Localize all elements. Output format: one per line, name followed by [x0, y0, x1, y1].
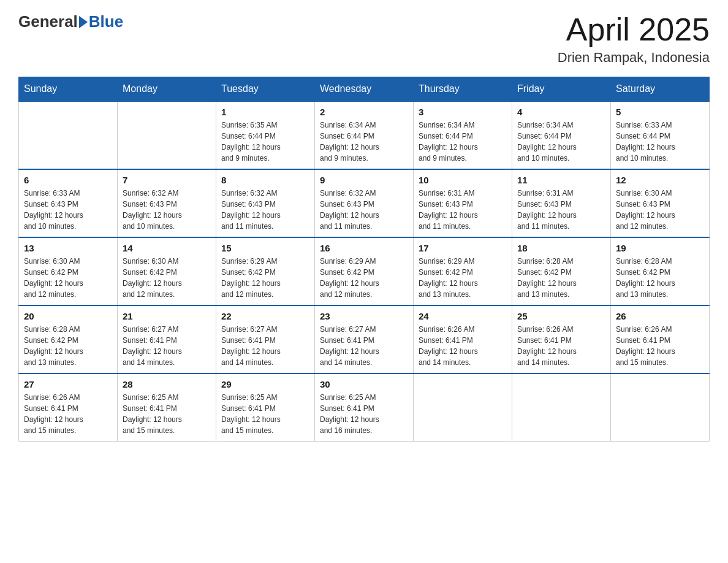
day-info: Sunrise: 6:32 AMSunset: 6:43 PMDaylight:…	[221, 188, 309, 232]
day-number: 4	[517, 107, 605, 117]
day-info: Sunrise: 6:33 AMSunset: 6:44 PMDaylight:…	[616, 120, 704, 164]
day-info: Sunrise: 6:29 AMSunset: 6:42 PMDaylight:…	[419, 256, 507, 300]
day-number: 19	[616, 243, 704, 253]
table-row: 19Sunrise: 6:28 AMSunset: 6:42 PMDayligh…	[611, 237, 710, 305]
day-number: 7	[123, 175, 211, 185]
day-info: Sunrise: 6:28 AMSunset: 6:42 PMDaylight:…	[24, 324, 112, 368]
day-number: 24	[419, 311, 507, 321]
table-row: 1Sunrise: 6:35 AMSunset: 6:44 PMDaylight…	[216, 101, 315, 169]
day-number: 21	[123, 311, 211, 321]
logo-arrow-icon	[79, 16, 88, 28]
day-number: 18	[517, 243, 605, 253]
day-info: Sunrise: 6:29 AMSunset: 6:42 PMDaylight:…	[221, 256, 309, 300]
day-info: Sunrise: 6:26 AMSunset: 6:41 PMDaylight:…	[616, 324, 704, 368]
day-number: 5	[616, 107, 704, 117]
day-info: Sunrise: 6:32 AMSunset: 6:43 PMDaylight:…	[320, 188, 408, 232]
day-info: Sunrise: 6:32 AMSunset: 6:43 PMDaylight:…	[123, 188, 211, 232]
table-row: 5Sunrise: 6:33 AMSunset: 6:44 PMDaylight…	[611, 101, 710, 169]
table-row: 27Sunrise: 6:26 AMSunset: 6:41 PMDayligh…	[19, 373, 118, 442]
day-number: 1	[221, 107, 309, 117]
day-number: 23	[320, 311, 408, 321]
day-info: Sunrise: 6:25 AMSunset: 6:41 PMDaylight:…	[123, 392, 211, 436]
day-number: 20	[24, 311, 112, 321]
table-row: 8Sunrise: 6:32 AMSunset: 6:43 PMDaylight…	[216, 169, 315, 237]
day-info: Sunrise: 6:34 AMSunset: 6:44 PMDaylight:…	[517, 120, 605, 164]
calendar-week-row: 6Sunrise: 6:33 AMSunset: 6:43 PMDaylight…	[19, 169, 710, 237]
calendar-week-row: 20Sunrise: 6:28 AMSunset: 6:42 PMDayligh…	[19, 305, 710, 373]
day-info: Sunrise: 6:29 AMSunset: 6:42 PMDaylight:…	[320, 256, 408, 300]
day-number: 16	[320, 243, 408, 253]
table-row: 4Sunrise: 6:34 AMSunset: 6:44 PMDaylight…	[512, 101, 611, 169]
logo-blue-text: Blue	[89, 12, 123, 31]
day-info: Sunrise: 6:31 AMSunset: 6:43 PMDaylight:…	[517, 188, 605, 232]
day-info: Sunrise: 6:34 AMSunset: 6:44 PMDaylight:…	[419, 120, 507, 164]
calendar-header-wednesday: Wednesday	[315, 77, 414, 102]
calendar-header-friday: Friday	[512, 77, 611, 102]
day-number: 27	[24, 379, 112, 389]
table-row: 18Sunrise: 6:28 AMSunset: 6:42 PMDayligh…	[512, 237, 611, 305]
calendar-header-sunday: Sunday	[19, 77, 118, 102]
day-info: Sunrise: 6:26 AMSunset: 6:41 PMDaylight:…	[24, 392, 112, 436]
page-header: General Blue April 2025 Drien Rampak, In…	[18, 12, 710, 66]
day-number: 15	[221, 243, 309, 253]
table-row: 20Sunrise: 6:28 AMSunset: 6:42 PMDayligh…	[19, 305, 118, 373]
month-title: April 2025	[558, 12, 710, 47]
calendar-header-thursday: Thursday	[414, 77, 512, 102]
table-row	[19, 101, 118, 169]
table-row: 28Sunrise: 6:25 AMSunset: 6:41 PMDayligh…	[118, 373, 216, 442]
calendar-header-tuesday: Tuesday	[216, 77, 315, 102]
day-number: 22	[221, 311, 309, 321]
day-number: 3	[419, 107, 507, 117]
day-info: Sunrise: 6:30 AMSunset: 6:42 PMDaylight:…	[24, 256, 112, 300]
location-title: Drien Rampak, Indonesia	[558, 50, 710, 66]
day-info: Sunrise: 6:28 AMSunset: 6:42 PMDaylight:…	[616, 256, 704, 300]
table-row: 2Sunrise: 6:34 AMSunset: 6:44 PMDaylight…	[315, 101, 414, 169]
day-number: 14	[123, 243, 211, 253]
day-info: Sunrise: 6:34 AMSunset: 6:44 PMDaylight:…	[320, 120, 408, 164]
day-info: Sunrise: 6:27 AMSunset: 6:41 PMDaylight:…	[320, 324, 408, 368]
calendar-table: SundayMondayTuesdayWednesdayThursdayFrid…	[18, 77, 710, 442]
table-row: 26Sunrise: 6:26 AMSunset: 6:41 PMDayligh…	[611, 305, 710, 373]
day-number: 17	[419, 243, 507, 253]
table-row	[611, 373, 710, 442]
table-row: 30Sunrise: 6:25 AMSunset: 6:41 PMDayligh…	[315, 373, 414, 442]
table-row: 9Sunrise: 6:32 AMSunset: 6:43 PMDaylight…	[315, 169, 414, 237]
day-number: 10	[419, 175, 507, 185]
day-info: Sunrise: 6:26 AMSunset: 6:41 PMDaylight:…	[419, 324, 507, 368]
logo-general-text: General	[18, 12, 78, 31]
calendar-header-row: SundayMondayTuesdayWednesdayThursdayFrid…	[19, 77, 710, 102]
day-number: 30	[320, 379, 408, 389]
table-row	[118, 101, 216, 169]
table-row: 10Sunrise: 6:31 AMSunset: 6:43 PMDayligh…	[414, 169, 512, 237]
day-info: Sunrise: 6:30 AMSunset: 6:43 PMDaylight:…	[616, 188, 704, 232]
day-info: Sunrise: 6:31 AMSunset: 6:43 PMDaylight:…	[419, 188, 507, 232]
table-row: 16Sunrise: 6:29 AMSunset: 6:42 PMDayligh…	[315, 237, 414, 305]
day-info: Sunrise: 6:35 AMSunset: 6:44 PMDaylight:…	[221, 120, 309, 164]
table-row: 24Sunrise: 6:26 AMSunset: 6:41 PMDayligh…	[414, 305, 512, 373]
day-number: 29	[221, 379, 309, 389]
day-number: 28	[123, 379, 211, 389]
calendar-header-saturday: Saturday	[611, 77, 710, 102]
calendar-week-row: 13Sunrise: 6:30 AMSunset: 6:42 PMDayligh…	[19, 237, 710, 305]
day-number: 13	[24, 243, 112, 253]
table-row: 21Sunrise: 6:27 AMSunset: 6:41 PMDayligh…	[118, 305, 216, 373]
table-row: 14Sunrise: 6:30 AMSunset: 6:42 PMDayligh…	[118, 237, 216, 305]
day-info: Sunrise: 6:26 AMSunset: 6:41 PMDaylight:…	[517, 324, 605, 368]
table-row: 29Sunrise: 6:25 AMSunset: 6:41 PMDayligh…	[216, 373, 315, 442]
table-row: 22Sunrise: 6:27 AMSunset: 6:41 PMDayligh…	[216, 305, 315, 373]
table-row: 3Sunrise: 6:34 AMSunset: 6:44 PMDaylight…	[414, 101, 512, 169]
day-number: 26	[616, 311, 704, 321]
day-info: Sunrise: 6:30 AMSunset: 6:42 PMDaylight:…	[123, 256, 211, 300]
table-row: 6Sunrise: 6:33 AMSunset: 6:43 PMDaylight…	[19, 169, 118, 237]
day-number: 25	[517, 311, 605, 321]
logo: General Blue	[18, 12, 123, 31]
table-row: 12Sunrise: 6:30 AMSunset: 6:43 PMDayligh…	[611, 169, 710, 237]
day-number: 11	[517, 175, 605, 185]
day-info: Sunrise: 6:27 AMSunset: 6:41 PMDaylight:…	[123, 324, 211, 368]
day-info: Sunrise: 6:27 AMSunset: 6:41 PMDaylight:…	[221, 324, 309, 368]
table-row: 23Sunrise: 6:27 AMSunset: 6:41 PMDayligh…	[315, 305, 414, 373]
table-row: 7Sunrise: 6:32 AMSunset: 6:43 PMDaylight…	[118, 169, 216, 237]
day-number: 6	[24, 175, 112, 185]
calendar-header-monday: Monday	[118, 77, 216, 102]
table-row: 11Sunrise: 6:31 AMSunset: 6:43 PMDayligh…	[512, 169, 611, 237]
